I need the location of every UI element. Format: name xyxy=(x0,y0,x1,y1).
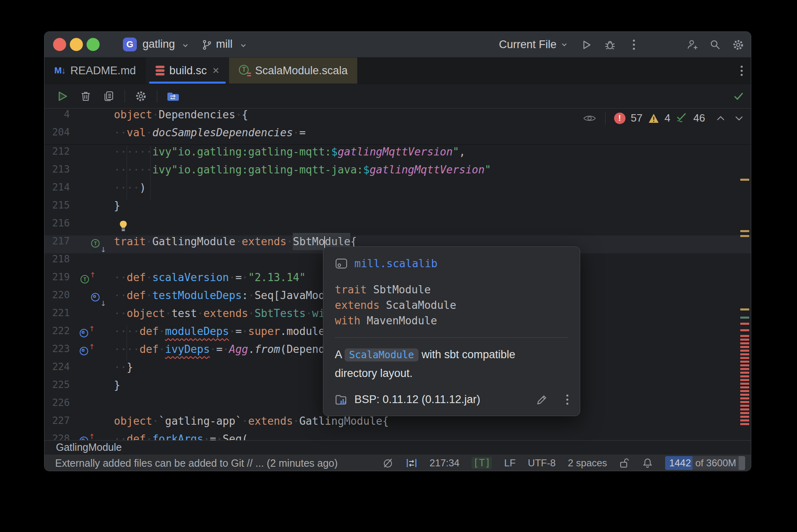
line-number[interactable]: 221 xyxy=(45,307,70,319)
line-number[interactable]: 218 xyxy=(45,253,70,265)
stripe-mark xyxy=(740,346,749,348)
line-number[interactable]: 217 xyxy=(45,235,70,247)
line-number[interactable]: 204 xyxy=(45,126,70,138)
tab-readme[interactable]: M↓ README.md xyxy=(45,58,146,84)
editor-toolbar xyxy=(45,84,751,109)
scalamodule-link-chip[interactable]: ScalaModule xyxy=(345,348,419,361)
code-segment: · xyxy=(229,271,236,284)
settings-gear-icon[interactable] xyxy=(731,38,745,52)
code-line[interactable]: 216 xyxy=(45,217,751,235)
debug-button[interactable] xyxy=(603,38,617,52)
warning-count[interactable]: 4 xyxy=(665,112,670,124)
add-user-button[interactable] xyxy=(686,38,699,52)
line-number[interactable]: 213 xyxy=(45,164,70,175)
error-count[interactable]: 57 xyxy=(631,112,643,124)
caret-position[interactable]: 217:34 xyxy=(430,457,459,469)
code-segment: · xyxy=(242,415,248,427)
line-number[interactable]: 225 xyxy=(45,379,70,390)
delete-trash-icon[interactable] xyxy=(79,89,93,103)
stripe-mark xyxy=(740,317,749,319)
tab-build-sc[interactable]: build.sc × xyxy=(146,58,229,84)
code-segment: · xyxy=(146,126,152,139)
highlighting-off-icon[interactable] xyxy=(382,457,394,469)
project-widget[interactable]: gatling xyxy=(142,38,175,51)
code-line[interactable]: 227object·`gatling-app`·extends·GatlingM… xyxy=(45,415,751,433)
signature-line: with MavenModule xyxy=(335,313,568,328)
intention-bulb-icon[interactable] xyxy=(118,220,129,232)
error-stripe-scrollbar[interactable] xyxy=(739,109,751,440)
memory-indicator[interactable]: 1442 of 3600M xyxy=(665,456,745,470)
popup-package-link[interactable]: mill.scalalib xyxy=(354,257,438,270)
line-number[interactable]: 214 xyxy=(45,182,70,193)
indent-sync-icon[interactable] xyxy=(406,458,417,468)
git-branch-icon xyxy=(201,39,213,51)
inspections-widget[interactable]: ! 57 4 46 xyxy=(583,112,744,124)
git-branch-widget[interactable]: mill xyxy=(216,38,233,51)
line-number[interactable]: 223 xyxy=(45,343,70,355)
line-number[interactable]: 219 xyxy=(45,271,70,283)
minimize-window-button[interactable] xyxy=(70,38,83,51)
stripe-mark xyxy=(740,364,749,366)
problems-ok-check-icon[interactable] xyxy=(733,91,744,102)
code-line[interactable]: 215} xyxy=(45,200,751,217)
run-configuration-selector[interactable]: Current File xyxy=(499,38,557,51)
tab-list-menu-icon[interactable] xyxy=(741,66,743,76)
line-number[interactable]: 224 xyxy=(45,361,70,372)
project-icon[interactable]: G xyxy=(123,38,137,51)
type-aware-highlighting-badge[interactable]: [T] xyxy=(472,457,492,469)
line-number[interactable]: 220 xyxy=(45,289,70,301)
chevron-down-icon xyxy=(240,42,247,49)
indent-selector[interactable]: 2 spaces xyxy=(568,457,607,469)
code-line[interactable]: 204··val·docSamplesDependencies·= xyxy=(45,126,751,144)
highlighting-eye-icon[interactable] xyxy=(583,113,597,124)
close-window-button[interactable] xyxy=(53,38,66,51)
run-script-button[interactable] xyxy=(56,89,70,103)
line-number[interactable]: 222 xyxy=(45,325,70,337)
line-number[interactable]: 4 xyxy=(45,109,70,120)
stripe-mark xyxy=(740,408,749,410)
line-number[interactable]: 215 xyxy=(45,200,70,211)
description-text: A xyxy=(335,348,345,361)
gutter-trait-down-icon[interactable]: T↓ xyxy=(91,238,104,251)
code-segment: " xyxy=(485,164,491,176)
code-segment: def xyxy=(127,271,146,284)
ok-count[interactable]: 46 xyxy=(693,112,705,124)
close-tab-icon[interactable]: × xyxy=(212,64,219,77)
line-number[interactable]: 212 xyxy=(45,146,70,157)
edit-pencil-icon[interactable] xyxy=(536,394,548,406)
copy-stack-icon[interactable] xyxy=(102,89,116,103)
gutter-trait-up-icon[interactable]: T↑ xyxy=(80,274,94,287)
sync-folder-icon[interactable] xyxy=(166,89,180,103)
tab-scalamodule[interactable]: T ScalaModule.scala xyxy=(229,58,358,84)
line-number[interactable]: 226 xyxy=(45,397,70,408)
breadcrumb-item[interactable]: GatlingModule xyxy=(56,441,122,453)
code-line[interactable]: 228↑··def·forkArgs·=·Seq( xyxy=(45,433,751,440)
gutter-override-up-icon[interactable]: ↑ xyxy=(80,346,93,359)
line-number[interactable]: 228 xyxy=(45,433,70,440)
gutter-override-up-icon[interactable]: ↑ xyxy=(80,328,93,341)
search-icon[interactable] xyxy=(708,38,722,52)
code-text: ··object·test·extends·SbtTests·wi xyxy=(114,307,325,319)
encoding-selector[interactable]: UTF-8 xyxy=(528,457,556,469)
gutter-override-down-icon[interactable]: ↓ xyxy=(91,292,104,305)
library-icon xyxy=(335,394,348,406)
line-number[interactable]: 227 xyxy=(45,415,70,426)
code-segment: extends xyxy=(203,307,248,319)
documentation-popup: mill.scalalib trait SbtModuleextends Sca… xyxy=(323,246,580,416)
lock-icon[interactable] xyxy=(619,457,630,469)
run-button[interactable] xyxy=(579,38,593,52)
memory-total: of 3600M xyxy=(692,456,739,470)
code-segment: ivy"io.gatling:gatling-mqtt: xyxy=(152,146,331,158)
code-segment: ·· xyxy=(114,433,127,440)
code-segment: : xyxy=(242,289,248,301)
popup-more-options-icon[interactable] xyxy=(566,395,568,405)
next-problem-chevron-down-icon[interactable] xyxy=(735,115,744,122)
run-settings-gear-icon[interactable] xyxy=(134,89,148,103)
notifications-bell-icon[interactable] xyxy=(642,457,653,469)
zoom-window-button[interactable] xyxy=(87,38,100,51)
gutter-override-up-icon[interactable]: ↑ xyxy=(80,436,93,440)
line-ending-selector[interactable]: LF xyxy=(504,457,516,469)
more-actions-button[interactable] xyxy=(627,38,641,52)
previous-problem-chevron-up-icon[interactable] xyxy=(716,115,725,122)
line-number[interactable]: 216 xyxy=(45,217,70,229)
